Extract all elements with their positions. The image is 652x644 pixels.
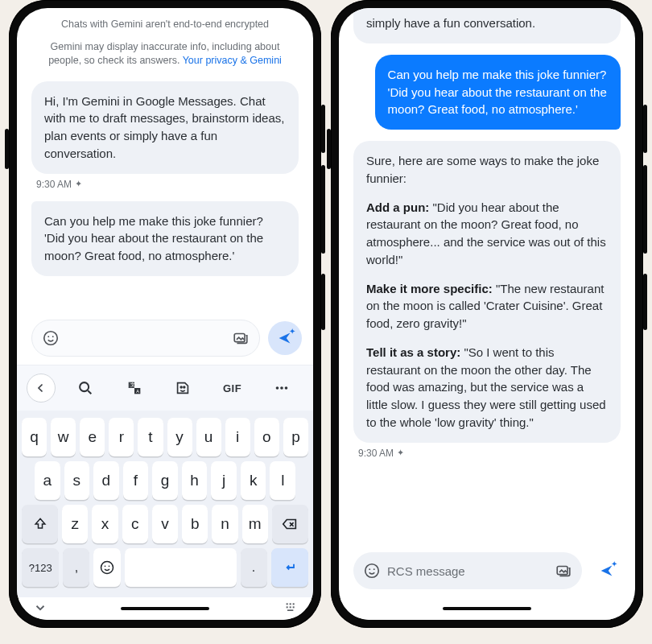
key-shift[interactable] <box>22 505 58 543</box>
svg-text:A: A <box>136 389 139 394</box>
compose-placeholder[interactable]: RCS message <box>387 564 548 578</box>
svg-point-22 <box>365 564 379 578</box>
reply-tip-title: Make it more specific: <box>366 282 493 295</box>
keyboard-row: asdfghjkl <box>20 459 310 502</box>
key-u[interactable]: u <box>196 418 221 456</box>
gallery-icon[interactable] <box>232 329 250 347</box>
svg-rect-15 <box>287 603 288 605</box>
key-enter[interactable] <box>271 548 308 587</box>
message-incoming-reply[interactable]: Sure, here are some ways to make the jok… <box>353 141 621 443</box>
privacy-link[interactable]: Your privacy & Gemini <box>183 55 282 66</box>
more-icon[interactable] <box>273 379 291 397</box>
key-k[interactable]: k <box>241 461 266 500</box>
key-l[interactable]: l <box>270 461 295 500</box>
message-incoming[interactable]: Hi, I'm Gemini in Google Messages. Chat … <box>31 81 299 174</box>
svg-rect-19 <box>290 606 291 608</box>
key-period[interactable]: . <box>241 548 267 587</box>
key-b[interactable]: b <box>182 505 208 543</box>
side-button <box>321 105 325 153</box>
message-outgoing[interactable]: Can you help me make this joke funnier? … <box>375 55 621 130</box>
key-h[interactable]: h <box>182 461 208 500</box>
gesture-bar[interactable] <box>339 597 635 620</box>
svg-point-8 <box>184 386 185 388</box>
send-button[interactable]: ✦ <box>590 554 624 588</box>
key-p[interactable]: p <box>283 418 308 456</box>
screen: Chats with Gemini aren't end-to-end encr… <box>17 8 313 620</box>
emoji-icon[interactable] <box>363 562 381 580</box>
svg-point-7 <box>181 386 183 388</box>
side-button <box>5 129 9 169</box>
key-d[interactable]: d <box>93 461 119 500</box>
key-numtoggle[interactable]: ?123 <box>22 548 59 587</box>
reply-tip: Tell it as a story: "So I went to this r… <box>366 344 608 431</box>
key-m[interactable]: m <box>242 505 268 543</box>
key-backspace[interactable] <box>272 505 308 543</box>
svg-rect-18 <box>287 606 288 608</box>
reply-tip: Make it more specific: "The new restaura… <box>366 280 608 332</box>
keyboard-suggestion-strip: 文A GIF <box>17 365 313 411</box>
send-sparkle-icon: ✦ <box>611 559 617 568</box>
keyboard-switch-icon[interactable] <box>284 601 297 613</box>
message-timestamp: 9:30 AM ✦ <box>358 448 617 459</box>
svg-point-9 <box>275 386 279 390</box>
gif-button[interactable]: GIF <box>223 382 241 394</box>
svg-text:文: 文 <box>130 382 134 387</box>
key-f[interactable]: f <box>123 461 149 500</box>
sparkle-icon: ✦ <box>397 448 404 458</box>
key-g[interactable]: g <box>152 461 178 500</box>
compose-row: RCS message ✦ <box>339 546 635 597</box>
key-emoji[interactable] <box>93 548 120 587</box>
key-comma[interactable]: , <box>63 548 89 587</box>
svg-rect-17 <box>293 603 295 605</box>
key-t[interactable]: t <box>138 418 163 456</box>
side-button <box>327 129 331 169</box>
svg-point-4 <box>80 382 89 391</box>
keyboard-row: qwertyuiop <box>20 415 310 459</box>
key-r[interactable]: r <box>109 418 134 456</box>
svg-rect-20 <box>293 606 295 608</box>
key-z[interactable]: z <box>62 505 88 543</box>
reply-tip: Add a pun: "Did you hear about the resta… <box>366 199 608 269</box>
key-i[interactable]: i <box>225 418 250 456</box>
search-icon[interactable] <box>76 379 94 397</box>
suggestion-items: 文A GIF <box>64 379 303 397</box>
translate-icon[interactable]: 文A <box>126 379 143 397</box>
gesture-bar[interactable] <box>17 597 313 620</box>
key-space[interactable] <box>125 548 237 587</box>
svg-point-23 <box>369 568 370 570</box>
message-draft[interactable]: Can you help me make this joke funnier? … <box>31 201 299 276</box>
send-sparkle-icon: ✦ <box>289 327 295 336</box>
keyboard-collapse-icon[interactable] <box>33 601 47 615</box>
key-o[interactable]: o <box>254 418 279 456</box>
key-j[interactable]: j <box>211 461 237 500</box>
message-incoming-partial[interactable]: simply have a fun conversation. <box>353 8 621 43</box>
key-w[interactable]: w <box>51 418 76 456</box>
side-button <box>643 274 647 330</box>
svg-point-13 <box>105 566 106 568</box>
compose-input-pill[interactable]: RCS message <box>353 552 582 589</box>
chat-scroll[interactable]: simply have a fun conversation. Can you … <box>339 8 635 546</box>
side-button <box>321 165 325 254</box>
phone-right: simply have a fun conversation. Can you … <box>331 0 643 628</box>
suggestion-back-button[interactable] <box>27 374 56 402</box>
key-a[interactable]: a <box>35 461 60 500</box>
key-y[interactable]: y <box>167 418 192 456</box>
onscreen-keyboard: qwertyuiop asdfghjkl zxcvbnm ?123 , . <box>17 411 313 597</box>
key-v[interactable]: v <box>152 505 178 543</box>
svg-point-12 <box>101 562 113 574</box>
sticker-icon[interactable] <box>174 379 192 397</box>
send-button[interactable]: ✦ <box>268 321 302 355</box>
key-q[interactable]: q <box>22 418 47 456</box>
key-x[interactable]: x <box>92 505 118 543</box>
time-text: 9:30 AM <box>36 179 72 190</box>
key-e[interactable]: e <box>80 418 105 456</box>
chat-scroll[interactable]: Chats with Gemini aren't end-to-end encr… <box>17 8 313 313</box>
emoji-icon[interactable] <box>42 329 60 347</box>
key-c[interactable]: c <box>122 505 148 543</box>
key-s[interactable]: s <box>64 461 90 500</box>
encryption-notice: Chats with Gemini aren't end-to-end encr… <box>31 14 299 34</box>
compose-input-pill[interactable] <box>31 320 260 357</box>
gallery-icon[interactable] <box>555 562 572 580</box>
side-button <box>643 165 647 254</box>
key-n[interactable]: n <box>212 505 237 543</box>
